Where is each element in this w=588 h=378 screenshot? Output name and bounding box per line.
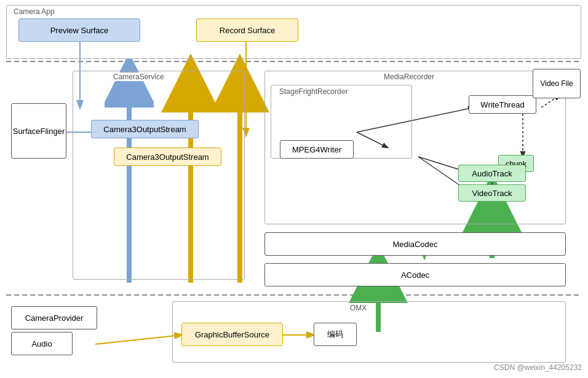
camera3-output-2-box: Camera3OutputStream <box>114 148 221 166</box>
write-thread-box: WriteThread <box>469 95 536 114</box>
stage-fright-label: StageFrightRecorder <box>277 87 350 96</box>
mpeg4-writer-box: MPEG4Writer <box>280 140 354 159</box>
graphic-buffer-label: GraphicBufferSource <box>195 330 269 339</box>
camera-service-region <box>73 71 245 280</box>
encode-box: 编码 <box>314 323 357 346</box>
media-codec-label: MediaCodec <box>393 240 438 249</box>
watermark: CSDN @weixin_44205232 <box>494 363 582 372</box>
camera-service-label: CameraService <box>111 73 167 81</box>
camera3-output-1-label: Camera3OutputStream <box>103 125 186 134</box>
preview-surface-label: Preview Surface <box>50 26 109 35</box>
graphic-buffer-box: GraphicBufferSource <box>181 323 283 346</box>
audio-label: Audio <box>31 339 52 348</box>
surface-flinger-label: SurfaceFlinger <box>13 127 65 136</box>
video-file-box: Video File <box>533 69 581 98</box>
surface-flinger-box: SurfaceFlinger <box>11 103 66 159</box>
encode-label: 编码 <box>327 329 343 340</box>
video-track-label: VideoTrack <box>472 189 512 198</box>
record-surface-label: Record Surface <box>220 26 275 35</box>
camera-provider-box: CameraProvider <box>11 306 97 329</box>
camera-provider-label: CameraProvider <box>25 313 84 323</box>
record-surface-box: Record Surface <box>196 18 298 42</box>
write-thread-label: WriteThread <box>480 100 524 109</box>
video-file-label: Video File <box>540 79 573 88</box>
camera-app-label: Camera App <box>11 7 57 16</box>
omx-label: OMX <box>348 304 369 312</box>
camera3-output-2-label: Camera3OutputStream <box>126 152 209 162</box>
audio-track-box: AudioTrack <box>458 165 526 182</box>
acodec-label: ACodec <box>401 270 429 280</box>
acodec-box: ACodec <box>264 263 566 286</box>
media-codec-box: MediaCodec <box>264 232 566 256</box>
media-recorder-label: MediaRecorder <box>381 73 437 81</box>
preview-surface-box: Preview Surface <box>18 18 140 42</box>
camera3-output-1-box: Camera3OutputStream <box>91 120 199 138</box>
audio-box: Audio <box>11 332 73 355</box>
video-track-box: VideoTrack <box>458 184 526 202</box>
mpeg4-writer-label: MPEG4Writer <box>292 145 341 154</box>
svg-line-17 <box>95 335 181 344</box>
audio-track-label: AudioTrack <box>472 169 512 178</box>
diagram-container: Camera App Preview Surface Record Surfac… <box>0 0 588 378</box>
